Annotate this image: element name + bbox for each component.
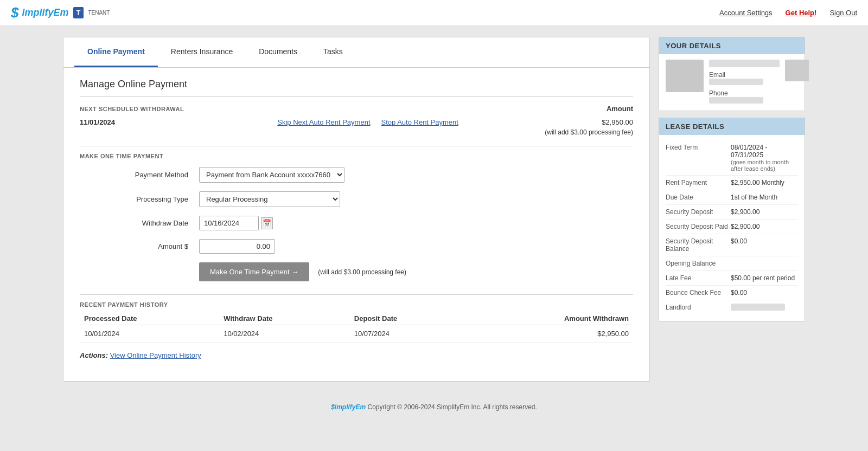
page-title: Manage Online Payment bbox=[80, 79, 633, 90]
amount-label: Amount $ bbox=[80, 242, 199, 250]
lease-details-header: LEASE DETAILS bbox=[659, 118, 805, 135]
processing-type-select[interactable]: Regular Processing bbox=[199, 191, 340, 207]
history-table-header: Processed Date Withdraw Date Deposit Dat… bbox=[80, 312, 633, 325]
your-details-section: YOUR DETAILS Email Phone bbox=[659, 37, 805, 111]
withdraw-date-input-wrapper: 📅 bbox=[199, 216, 273, 230]
lease-value: 1st of the Month bbox=[731, 194, 798, 201]
lease-key: Late Fee bbox=[666, 274, 731, 282]
lease-note: (goes month to month after lease ends) bbox=[731, 159, 798, 172]
next-scheduled-header: NEXT SCHEDULED WITHDRAWAL Amount bbox=[80, 105, 633, 113]
tabs-bar: Online Payment Renters Insurance Documen… bbox=[63, 37, 649, 68]
scheduled-links: Skip Next Auto Rent Payment Stop Auto Re… bbox=[134, 118, 602, 126]
scheduled-date: 11/01/2024 bbox=[80, 118, 134, 126]
tenant-label: TENANT bbox=[88, 10, 110, 16]
scheduled-row: 11/01/2024 Skip Next Auto Rent Payment S… bbox=[80, 118, 633, 126]
lease-value bbox=[731, 260, 798, 267]
col-withdraw-date: Withdraw Date bbox=[219, 312, 350, 325]
next-scheduled-label: NEXT SCHEDULED WITHDRAWAL bbox=[80, 106, 184, 112]
logo: $ implifyEm T TENANT bbox=[11, 4, 110, 21]
title-divider bbox=[80, 96, 633, 97]
footer-copyright: Copyright © 2006-2024 SimplifyEm Inc. Al… bbox=[368, 403, 537, 411]
history-section-label: RECENT PAYMENT HISTORY bbox=[80, 301, 633, 308]
amount-input-wrapper bbox=[199, 239, 275, 254]
section-divider-2 bbox=[80, 294, 633, 295]
lease-value: $0.00 bbox=[731, 237, 798, 253]
lease-row: Landlord bbox=[666, 300, 798, 315]
tab-online-payment[interactable]: Online Payment bbox=[74, 37, 158, 67]
tab-tasks[interactable]: Tasks bbox=[310, 37, 356, 67]
withdraw-date-input[interactable] bbox=[199, 216, 259, 230]
submit-payment-button[interactable]: Make One Time Payment → bbox=[199, 262, 309, 281]
lease-row: Opening Balance bbox=[666, 256, 798, 271]
processing-type-row: Processing Type Regular Processing bbox=[80, 191, 633, 207]
your-details-content: Email Phone bbox=[659, 54, 805, 111]
logo-text: implifyEm bbox=[22, 7, 68, 18]
lease-key: Opening Balance bbox=[666, 260, 731, 267]
phone-row: Phone bbox=[709, 89, 780, 105]
landlord-redacted bbox=[731, 304, 785, 311]
lease-value: $2,900.00 bbox=[731, 208, 798, 216]
processing-type-label: Processing Type bbox=[80, 195, 199, 203]
footer-logo: $implifyEm bbox=[331, 403, 366, 411]
name-redacted bbox=[709, 60, 780, 67]
lease-details-section: LEASE DETAILS Fixed Term08/01/2024 - 07/… bbox=[659, 118, 805, 321]
table-row: 10/01/202410/02/202410/07/2024$2,950.00 bbox=[80, 325, 633, 343]
lease-value bbox=[731, 304, 798, 312]
actions-row: Actions: View Online Payment History bbox=[80, 351, 633, 359]
avatar bbox=[666, 60, 704, 92]
col-deposit-date: Deposit Date bbox=[350, 312, 467, 325]
skip-next-payment-link[interactable]: Skip Next Auto Rent Payment bbox=[277, 118, 370, 126]
scheduled-amount: $2,950.00 bbox=[602, 118, 633, 126]
section-divider-1 bbox=[80, 146, 633, 146]
lease-key: Fixed Term bbox=[666, 144, 731, 172]
lease-key: Security Deposit bbox=[666, 208, 731, 216]
lease-row: Bounce Check Fee$0.00 bbox=[666, 286, 798, 300]
actions-label: Actions: bbox=[80, 351, 108, 359]
payment-method-row: Payment Method Payment from Bank Account… bbox=[80, 167, 633, 183]
submit-row: Make One Time Payment → (will add $3.00 … bbox=[199, 262, 633, 281]
email-label: Email bbox=[709, 71, 725, 79]
stop-auto-payment-link[interactable]: Stop Auto Rent Payment bbox=[381, 118, 458, 126]
lease-key: Rent Payment bbox=[666, 179, 731, 186]
logo-badge: T bbox=[73, 7, 84, 18]
withdraw-date-row: Withdraw Date 📅 bbox=[80, 216, 633, 230]
tab-documents[interactable]: Documents bbox=[246, 37, 310, 67]
withdraw-date-label: Withdraw Date bbox=[80, 219, 199, 227]
history-cell-processed_date: 10/01/2024 bbox=[80, 325, 219, 343]
payment-method-select[interactable]: Payment from Bank Account xxxxx7660 bbox=[199, 167, 344, 183]
secondary-photo bbox=[785, 60, 809, 81]
lease-row: Security Deposit$2,900.00 bbox=[666, 205, 798, 220]
payment-method-select-wrapper: Payment from Bank Account xxxxx7660 bbox=[199, 167, 344, 183]
one-time-section-label: MAKE ONE TIME PAYMENT bbox=[80, 153, 633, 159]
amount-input[interactable] bbox=[199, 239, 275, 254]
main-layout: Online Payment Renters Insurance Documen… bbox=[54, 26, 814, 392]
history-cell-amount_withdrawn: $2,950.00 bbox=[467, 325, 633, 343]
page-content: Manage Online Payment NEXT SCHEDULED WIT… bbox=[63, 68, 649, 370]
lease-row: Security Deposit Balance$0.00 bbox=[666, 234, 798, 256]
account-settings-link[interactable]: Account Settings bbox=[719, 9, 773, 17]
phone-label: Phone bbox=[709, 89, 728, 97]
lease-details-content: Fixed Term08/01/2024 - 07/31/2025 (goes … bbox=[659, 135, 805, 321]
your-details-header: YOUR DETAILS bbox=[659, 37, 805, 54]
col-amount-withdrawn: Amount Withdrawn bbox=[467, 312, 633, 325]
app-header: $ implifyEm T TENANT Account Settings Ge… bbox=[0, 0, 868, 26]
lease-row: Late Fee$50.00 per rent period bbox=[666, 271, 798, 286]
get-help-link[interactable]: Get Help! bbox=[786, 9, 817, 17]
lease-key: Security Deposit Balance bbox=[666, 237, 731, 253]
payment-history-table: Processed Date Withdraw Date Deposit Dat… bbox=[80, 312, 633, 343]
lease-value: $0.00 bbox=[731, 289, 798, 297]
lease-value: 08/01/2024 - 07/31/2025 (goes month to m… bbox=[731, 144, 798, 172]
calendar-icon[interactable]: 📅 bbox=[261, 217, 273, 229]
lease-value: $50.00 per rent period bbox=[731, 274, 798, 282]
lease-row: Fixed Term08/01/2024 - 07/31/2025 (goes … bbox=[666, 140, 798, 176]
footer: $implifyEm Copyright © 2006-2024 Simplif… bbox=[0, 392, 868, 422]
email-redacted bbox=[709, 79, 763, 85]
tab-renters-insurance[interactable]: Renters Insurance bbox=[158, 37, 246, 67]
sign-out-link[interactable]: Sign Out bbox=[829, 9, 857, 17]
view-payment-history-link[interactable]: View Online Payment History bbox=[110, 351, 201, 359]
lease-key: Landlord bbox=[666, 304, 731, 312]
lease-key: Due Date bbox=[666, 194, 731, 201]
lease-value: $2,950.00 Monthly bbox=[731, 179, 798, 186]
history-cell-withdraw_date: 10/02/2024 bbox=[219, 325, 350, 343]
header-nav: Account Settings Get Help! Sign Out bbox=[719, 9, 857, 17]
